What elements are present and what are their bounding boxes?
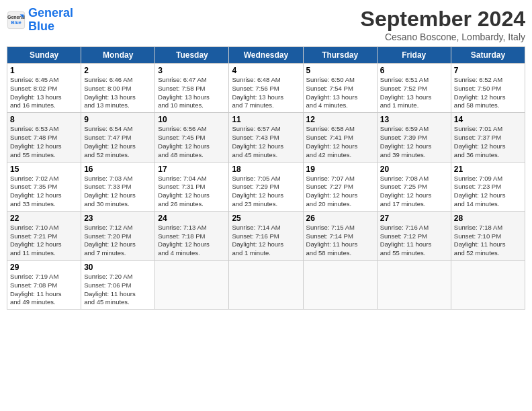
logo-icon: General Blue: [7, 11, 26, 30]
cell-details: Sunrise: 7:02 AMSunset: 7:35 PMDaylight:…: [10, 175, 78, 209]
calendar-cell: [229, 261, 303, 310]
day-number: 28: [454, 214, 522, 223]
day-number: 25: [232, 214, 300, 223]
calendar-cell: 19Sunrise: 7:07 AMSunset: 7:27 PMDayligh…: [303, 162, 377, 211]
calendar-cell: 11Sunrise: 6:57 AMSunset: 7:43 PMDayligh…: [229, 113, 303, 162]
main-title: September 2024: [361, 7, 525, 32]
calendar-row: 15Sunrise: 7:02 AMSunset: 7:35 PMDayligh…: [7, 162, 525, 211]
day-number: 17: [158, 165, 226, 174]
cell-details: Sunrise: 7:18 AMSunset: 7:10 PMDaylight:…: [454, 224, 522, 258]
day-number: 7: [454, 66, 522, 75]
cell-details: Sunrise: 6:46 AMSunset: 8:00 PMDaylight:…: [84, 76, 152, 110]
cell-details: Sunrise: 7:05 AMSunset: 7:29 PMDaylight:…: [232, 175, 300, 209]
calendar-cell: 5Sunrise: 6:50 AMSunset: 7:54 PMDaylight…: [303, 64, 377, 113]
logo: General Blue GeneralBlue: [7, 7, 73, 34]
cell-details: Sunrise: 7:15 AMSunset: 7:14 PMDaylight:…: [306, 224, 374, 258]
calendar-cell: 22Sunrise: 7:10 AMSunset: 7:21 PMDayligh…: [7, 211, 81, 260]
calendar-cell: 21Sunrise: 7:09 AMSunset: 7:23 PMDayligh…: [451, 162, 525, 211]
day-number: 22: [10, 214, 78, 223]
cell-details: Sunrise: 6:54 AMSunset: 7:47 PMDaylight:…: [84, 125, 152, 159]
day-number: 18: [232, 165, 300, 174]
cell-details: Sunrise: 7:09 AMSunset: 7:23 PMDaylight:…: [454, 175, 522, 209]
calendar-cell: 12Sunrise: 6:58 AMSunset: 7:41 PMDayligh…: [303, 113, 377, 162]
day-number: 13: [380, 115, 448, 124]
calendar-cell: 26Sunrise: 7:15 AMSunset: 7:14 PMDayligh…: [303, 211, 377, 260]
day-number: 10: [158, 115, 226, 124]
weekday-header: Saturday: [451, 47, 525, 64]
cell-details: Sunrise: 6:52 AMSunset: 7:50 PMDaylight:…: [454, 76, 522, 110]
weekday-header: Friday: [377, 47, 451, 64]
calendar-cell: 9Sunrise: 6:54 AMSunset: 7:47 PMDaylight…: [81, 113, 155, 162]
day-number: 15: [10, 165, 78, 174]
calendar-cell: 17Sunrise: 7:04 AMSunset: 7:31 PMDayligh…: [155, 162, 229, 211]
day-number: 20: [380, 165, 448, 174]
calendar-cell: 3Sunrise: 6:47 AMSunset: 7:58 PMDaylight…: [155, 64, 229, 113]
calendar-cell: 23Sunrise: 7:12 AMSunset: 7:20 PMDayligh…: [81, 211, 155, 260]
cell-details: Sunrise: 7:12 AMSunset: 7:20 PMDaylight:…: [84, 224, 152, 258]
calendar-cell: 2Sunrise: 6:46 AMSunset: 8:00 PMDaylight…: [81, 64, 155, 113]
calendar-cell: 1Sunrise: 6:45 AMSunset: 8:02 PMDaylight…: [7, 64, 81, 113]
calendar-cell: [451, 261, 525, 310]
calendar-cell: 14Sunrise: 7:01 AMSunset: 7:37 PMDayligh…: [451, 113, 525, 162]
cell-details: Sunrise: 7:16 AMSunset: 7:12 PMDaylight:…: [380, 224, 448, 258]
subtitle: Cesano Boscone, Lombardy, Italy: [361, 32, 525, 42]
calendar-cell: [155, 261, 229, 310]
day-number: 29: [10, 263, 78, 272]
cell-details: Sunrise: 7:07 AMSunset: 7:27 PMDaylight:…: [306, 175, 374, 209]
cell-details: Sunrise: 6:57 AMSunset: 7:43 PMDaylight:…: [232, 125, 300, 159]
calendar-row: 29Sunrise: 7:19 AMSunset: 7:08 PMDayligh…: [7, 261, 525, 310]
calendar-cell: 15Sunrise: 7:02 AMSunset: 7:35 PMDayligh…: [7, 162, 81, 211]
cell-details: Sunrise: 6:59 AMSunset: 7:39 PMDaylight:…: [380, 125, 448, 159]
weekday-header: Monday: [81, 47, 155, 64]
day-number: 4: [232, 66, 300, 75]
cell-details: Sunrise: 6:45 AMSunset: 8:02 PMDaylight:…: [10, 76, 78, 110]
calendar-row: 22Sunrise: 7:10 AMSunset: 7:21 PMDayligh…: [7, 211, 525, 260]
calendar-cell: 20Sunrise: 7:08 AMSunset: 7:25 PMDayligh…: [377, 162, 451, 211]
calendar-cell: 4Sunrise: 6:48 AMSunset: 7:56 PMDaylight…: [229, 64, 303, 113]
cell-details: Sunrise: 6:50 AMSunset: 7:54 PMDaylight:…: [306, 76, 374, 110]
calendar-cell: 16Sunrise: 7:03 AMSunset: 7:33 PMDayligh…: [81, 162, 155, 211]
svg-text:Blue: Blue: [11, 20, 21, 25]
cell-details: Sunrise: 7:01 AMSunset: 7:37 PMDaylight:…: [454, 125, 522, 159]
day-number: 16: [84, 165, 152, 174]
day-number: 27: [380, 214, 448, 223]
calendar-cell: 18Sunrise: 7:05 AMSunset: 7:29 PMDayligh…: [229, 162, 303, 211]
cell-details: Sunrise: 6:56 AMSunset: 7:45 PMDaylight:…: [158, 125, 226, 159]
calendar-table: SundayMondayTuesdayWednesdayThursdayFrid…: [7, 46, 525, 310]
day-number: 24: [158, 214, 226, 223]
cell-details: Sunrise: 7:20 AMSunset: 7:06 PMDaylight:…: [84, 273, 152, 307]
calendar-cell: 24Sunrise: 7:13 AMSunset: 7:18 PMDayligh…: [155, 211, 229, 260]
cell-details: Sunrise: 6:51 AMSunset: 7:52 PMDaylight:…: [380, 76, 448, 110]
calendar-cell: 27Sunrise: 7:16 AMSunset: 7:12 PMDayligh…: [377, 211, 451, 260]
calendar-cell: 8Sunrise: 6:53 AMSunset: 7:48 PMDaylight…: [7, 113, 81, 162]
weekday-header: Thursday: [303, 47, 377, 64]
weekday-header: Wednesday: [229, 47, 303, 64]
day-number: 26: [306, 214, 374, 223]
calendar-cell: [303, 261, 377, 310]
calendar-cell: 10Sunrise: 6:56 AMSunset: 7:45 PMDayligh…: [155, 113, 229, 162]
cell-details: Sunrise: 6:58 AMSunset: 7:41 PMDaylight:…: [306, 125, 374, 159]
cell-details: Sunrise: 7:03 AMSunset: 7:33 PMDaylight:…: [84, 175, 152, 209]
day-number: 8: [10, 115, 78, 124]
day-number: 6: [380, 66, 448, 75]
calendar-cell: 25Sunrise: 7:14 AMSunset: 7:16 PMDayligh…: [229, 211, 303, 260]
cell-details: Sunrise: 7:14 AMSunset: 7:16 PMDaylight:…: [232, 224, 300, 258]
calendar-cell: 28Sunrise: 7:18 AMSunset: 7:10 PMDayligh…: [451, 211, 525, 260]
header: General Blue GeneralBlue September 2024 …: [7, 7, 525, 42]
title-area: September 2024 Cesano Boscone, Lombardy,…: [361, 7, 525, 42]
calendar-header: SundayMondayTuesdayWednesdayThursdayFrid…: [7, 47, 525, 64]
calendar-row: 8Sunrise: 6:53 AMSunset: 7:48 PMDaylight…: [7, 113, 525, 162]
calendar-cell: 30Sunrise: 7:20 AMSunset: 7:06 PMDayligh…: [81, 261, 155, 310]
day-number: 21: [454, 165, 522, 174]
cell-details: Sunrise: 6:48 AMSunset: 7:56 PMDaylight:…: [232, 76, 300, 110]
weekday-header: Sunday: [7, 47, 81, 64]
day-number: 14: [454, 115, 522, 124]
cell-details: Sunrise: 7:13 AMSunset: 7:18 PMDaylight:…: [158, 224, 226, 258]
day-number: 12: [306, 115, 374, 124]
calendar-cell: 6Sunrise: 6:51 AMSunset: 7:52 PMDaylight…: [377, 64, 451, 113]
day-number: 9: [84, 115, 152, 124]
day-number: 11: [232, 115, 300, 124]
calendar-body: 1Sunrise: 6:45 AMSunset: 8:02 PMDaylight…: [7, 64, 525, 310]
cell-details: Sunrise: 7:08 AMSunset: 7:25 PMDaylight:…: [380, 175, 448, 209]
cell-details: Sunrise: 7:04 AMSunset: 7:31 PMDaylight:…: [158, 175, 226, 209]
